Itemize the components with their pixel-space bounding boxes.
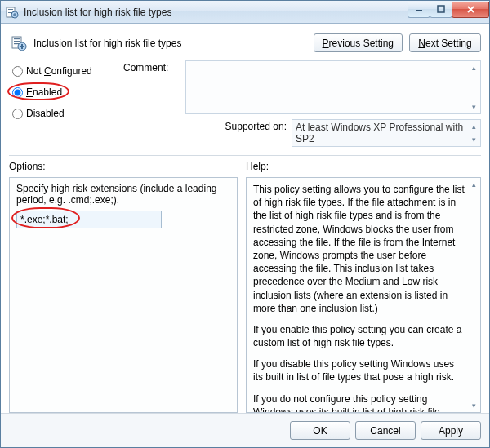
- radio-not-configured-label: Not Configured: [26, 65, 92, 77]
- titlebar: Inclusion list for high risk file types: [1, 1, 489, 24]
- comment-row: Comment: ▴ ▾: [123, 60, 481, 114]
- svg-rect-1: [8, 9, 13, 10]
- help-paragraph: This policy setting allows you to config…: [253, 183, 466, 315]
- scroll-up-icon[interactable]: ▴: [469, 180, 479, 189]
- maximize-button[interactable]: [430, 2, 452, 18]
- policy-editor-window: Inclusion list for high risk file types: [0, 0, 490, 448]
- options-field-label: Specify high risk extensions (include a …: [16, 183, 230, 206]
- svg-rect-2: [8, 11, 13, 11]
- dialog-footer: OK Cancel Apply: [1, 413, 489, 447]
- radio-enabled[interactable]: Enabled: [12, 86, 115, 98]
- radio-enabled-input[interactable]: [12, 87, 23, 98]
- svg-rect-13: [20, 46, 24, 47]
- comment-textarea[interactable]: ▴ ▾: [185, 60, 481, 114]
- policy-icon: [11, 35, 27, 51]
- options-label: Options:: [9, 161, 238, 172]
- svg-rect-8: [14, 38, 20, 39]
- supported-value: At least Windows XP Professional with SP…: [296, 122, 463, 144]
- cancel-button[interactable]: Cancel: [355, 421, 416, 440]
- apply-button[interactable]: Apply: [421, 421, 481, 440]
- scroll-up-icon[interactable]: ▴: [469, 63, 479, 73]
- scroll-down-icon[interactable]: ▾: [469, 401, 479, 410]
- supported-label: Supported on:: [123, 119, 292, 147]
- radio-disabled-label: Disabled: [26, 108, 65, 119]
- scroll-down-icon[interactable]: ▾: [469, 102, 479, 112]
- radio-enabled-label: Enabled: [26, 86, 62, 98]
- policy-title: Inclusion list for high risk file types: [33, 38, 307, 49]
- radio-disabled[interactable]: Disabled: [12, 108, 115, 119]
- supported-box: At least Windows XP Professional with SP…: [292, 119, 481, 147]
- next-setting-button[interactable]: Next Setting: [409, 33, 481, 52]
- help-paragraph: If you enable this policy setting you ca…: [253, 323, 466, 349]
- scroll-up-icon[interactable]: ▴: [469, 122, 479, 131]
- dialog-body: Inclusion list for high risk file types …: [1, 24, 489, 413]
- options-panel: Specify high risk extensions (include a …: [9, 177, 238, 413]
- options-column: Options: Specify high risk extensions (i…: [9, 161, 238, 413]
- ok-button[interactable]: OK: [290, 421, 350, 440]
- window-title: Inclusion list for high risk file types: [24, 7, 408, 18]
- policy-app-icon: [6, 6, 19, 19]
- help-paragraph: If you disable this policy setting Windo…: [253, 357, 466, 384]
- comment-label: Comment:: [123, 60, 185, 114]
- extensions-input[interactable]: [16, 211, 162, 228]
- state-area: Not Configured Enabled Disabled Comment:: [9, 60, 481, 147]
- svg-rect-9: [14, 41, 20, 42]
- header-row: Inclusion list for high risk file types …: [9, 30, 481, 60]
- close-button[interactable]: [452, 2, 489, 18]
- help-column: Help: ▴ ▾ This policy setting allows you…: [246, 161, 481, 413]
- radio-not-configured[interactable]: Not Configured: [12, 65, 115, 77]
- state-radio-group: Not Configured Enabled Disabled: [9, 60, 115, 147]
- svg-rect-5: [416, 10, 422, 11]
- window-controls: [408, 2, 489, 18]
- previous-setting-button[interactable]: Previous Setting: [314, 33, 403, 52]
- separator: [9, 155, 481, 156]
- minimize-button[interactable]: [408, 2, 430, 18]
- radio-disabled-input[interactable]: [12, 109, 23, 119]
- scroll-down-icon[interactable]: ▾: [469, 135, 479, 144]
- radio-not-configured-input[interactable]: [12, 66, 23, 77]
- help-panel: ▴ ▾ This policy setting allows you to co…: [246, 177, 481, 413]
- help-paragraph: If you do not configure this policy sett…: [253, 393, 466, 413]
- svg-rect-6: [438, 6, 444, 12]
- mid-section: Options: Specify high risk extensions (i…: [9, 161, 481, 413]
- help-label: Help:: [246, 161, 481, 172]
- supported-row: Supported on: At least Windows XP Profes…: [123, 119, 481, 147]
